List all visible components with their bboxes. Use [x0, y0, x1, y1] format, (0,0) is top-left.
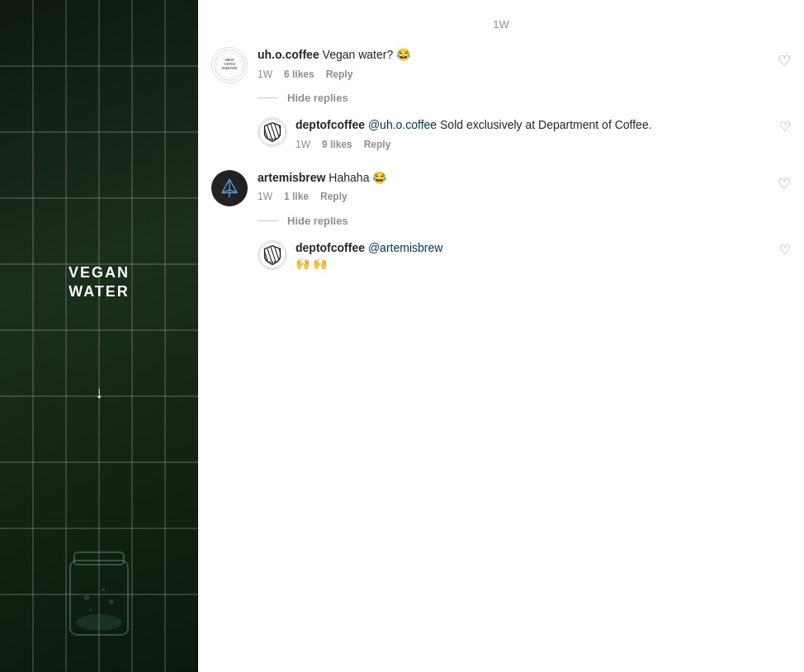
jar-image	[58, 540, 140, 647]
comment-likes: 6 likes	[284, 69, 315, 80]
reply-time: 1W	[296, 139, 310, 150]
svg-point-17	[84, 595, 89, 600]
comment-meta: 1W 1 like Reply	[258, 191, 791, 202]
reply-avatar	[258, 240, 287, 270]
svg-point-45	[269, 261, 271, 263]
comment-username: artemisbrew	[258, 171, 325, 184]
reply-button[interactable]: Reply	[364, 139, 391, 150]
reply-mention: @artemisbrew	[368, 241, 442, 254]
reply-meta: 1W 9 likes Reply	[296, 139, 791, 150]
hide-replies-row: Hide replies	[198, 213, 804, 234]
comment-text: artemisbrew Hahaha 😂	[258, 170, 791, 187]
comment-body: uh.o.coffee Vegan water? 😂 1W 6 likes Re…	[258, 47, 791, 80]
comment-text: uh.o.coffee Vegan water? 😂	[258, 47, 791, 64]
comment-reply-button[interactable]: Reply	[320, 191, 348, 202]
vegan-water-label: VEGAN WATER	[69, 263, 130, 301]
reply-likes: 9 likes	[322, 139, 352, 150]
top-timestamp: 1W	[198, 15, 804, 40]
uhocoffee-avatar-image: UH·O COFFEE ROASTERS	[214, 50, 245, 81]
comments-panel: 1W UH·O COFFEE ROASTERS uh.o.coffee Vega…	[198, 0, 804, 672]
reply-row: deptofcoffee @uh.o.coffee Sold exclusive…	[198, 111, 804, 157]
reply-row: deptofcoffee @artemisbrew 🙌 🙌 ♡	[198, 234, 804, 284]
comment-likes: 1 like	[284, 191, 309, 202]
svg-point-34	[274, 139, 276, 140]
reply-username: deptofcoffee	[296, 118, 365, 131]
comment-body: artemisbrew Hahaha 😂 1W 1 like Reply	[258, 170, 791, 203]
reply-avatar	[258, 117, 287, 147]
arrow-icon: ↓	[95, 383, 103, 402]
svg-rect-15	[74, 552, 124, 565]
divider-line	[258, 97, 277, 98]
reply-body: deptofcoffee @uh.o.coffee Sold exclusive…	[296, 117, 791, 150]
avatar	[211, 170, 248, 206]
reply-mention: @uh.o.coffee	[368, 118, 437, 131]
comment-thread: 1W UH·O COFFEE ROASTERS uh.o.coffee Vega…	[198, 8, 804, 291]
svg-point-18	[102, 588, 105, 591]
svg-point-33	[272, 139, 273, 140]
comment-time: 1W	[258, 69, 272, 80]
svg-point-16	[76, 614, 122, 631]
comment-row: artemisbrew Hahaha 😂 1W 1 like Reply ♡	[198, 163, 804, 213]
like-icon[interactable]: ♡	[778, 52, 791, 70]
reply-text: deptofcoffee @uh.o.coffee Sold exclusive…	[296, 117, 791, 134]
svg-text:ROASTERS: ROASTERS	[221, 67, 238, 70]
deptofcoffee-avatar-image	[258, 118, 286, 146]
comment-meta: 1W 6 likes Reply	[258, 69, 791, 80]
svg-point-20	[90, 609, 92, 612]
hide-replies-button[interactable]: Hide replies	[287, 215, 348, 227]
avatar: UH·O COFFEE ROASTERS	[211, 47, 248, 83]
svg-text:COFFEE: COFFEE	[224, 63, 236, 66]
deptofcoffee-avatar-image	[258, 241, 286, 269]
left-panel: VEGAN WATER ↓	[0, 0, 198, 672]
artemisbrew-avatar-image	[213, 172, 246, 205]
comment-username: uh.o.coffee	[258, 48, 319, 61]
reply-body: deptofcoffee @artemisbrew 🙌 🙌	[296, 240, 791, 277]
svg-point-32	[269, 139, 271, 140]
reply-like-icon[interactable]: ♡	[779, 242, 791, 258]
hide-replies-button[interactable]: Hide replies	[287, 92, 348, 104]
svg-text:UH·O: UH·O	[225, 58, 234, 62]
comment-reply-button[interactable]: Reply	[326, 69, 353, 80]
svg-point-47	[274, 261, 276, 263]
reply-username: deptofcoffee	[296, 241, 365, 254]
divider-line	[258, 220, 277, 221]
like-icon[interactable]: ♡	[778, 175, 791, 193]
comment-row: UH·O COFFEE ROASTERS uh.o.coffee Vegan w…	[198, 40, 804, 90]
reply-emoji: 🙌 🙌	[296, 257, 327, 270]
svg-point-19	[110, 600, 114, 604]
reply-like-icon[interactable]: ♡	[779, 119, 791, 135]
background-image: VEGAN WATER ↓	[0, 0, 198, 672]
reply-text: deptofcoffee @artemisbrew 🙌 🙌	[296, 240, 791, 272]
hide-replies-row: Hide replies	[198, 90, 804, 111]
svg-point-46	[272, 261, 273, 263]
comment-time: 1W	[258, 191, 272, 202]
